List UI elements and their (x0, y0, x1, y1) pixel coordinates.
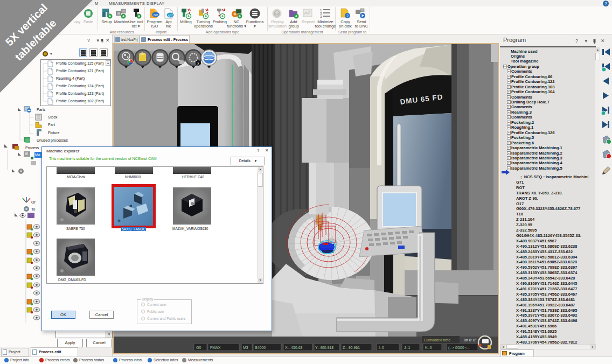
svg-text:2: 2 (346, 14, 349, 18)
svg-text:G0: G0 (196, 346, 201, 349)
svg-text:1M: 1M (275, 12, 279, 16)
svg-text:Fixture: Fixture (48, 131, 60, 135)
svg-text:FMAX: FMAX (210, 346, 221, 349)
svg-text:S4000: S4000 (255, 346, 266, 349)
svg-text:K=0: K=0 (425, 346, 432, 349)
svg-text:x: x (197, 61, 199, 65)
svg-text:ISO: ISO (154, 13, 158, 17)
svg-text:0h 0' 0": 0h 0' 0" (464, 338, 477, 342)
svg-text:APT: APT (168, 14, 173, 17)
svg-text:Cumulated time: Cumulated time (424, 338, 450, 342)
svg-text:I=0: I=0 (379, 346, 384, 349)
svg-text:M3: M3 (243, 346, 248, 349)
svg-text:Z=-90.961: Z=-90.961 (343, 346, 360, 349)
svg-text:Y=400.918: Y=400.918 (315, 346, 333, 349)
svg-text:X=-450.63: X=-450.63 (285, 346, 303, 349)
svg-text:(=> G500 <=: (=> G500 <= (448, 346, 470, 350)
svg-text:J=1: J=1 (404, 346, 411, 349)
svg-text:3: 3 (320, 15, 322, 18)
svg-text:Stock: Stock (48, 115, 58, 119)
svg-text:Part: Part (48, 123, 55, 127)
